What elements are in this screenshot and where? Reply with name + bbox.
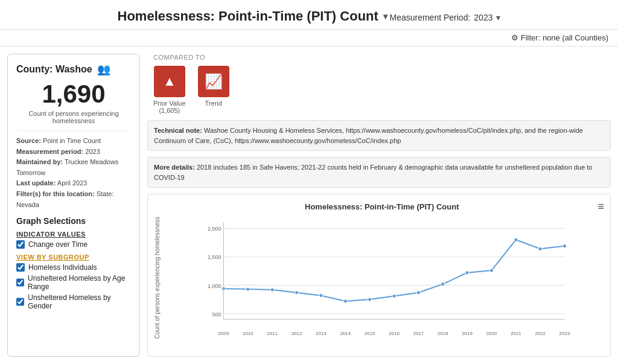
period-label: Measurement period: — [16, 148, 83, 155]
last-update-label: Last update: — [16, 179, 56, 187]
view-by-subgroup-label: VIEW BY SUBGROUP — [16, 254, 131, 261]
technical-note-text: Washoe County Housing & Homeless Service… — [154, 127, 583, 144]
filter-label: Filter: none (all Counties) — [521, 33, 608, 42]
prior-value-box: ▲ Prior Value (1,605) — [153, 66, 186, 114]
svg-point-25 — [270, 288, 274, 292]
header: Homelessness: Point-in-Time (PIT) Count … — [0, 0, 618, 30]
svg-text:500: 500 — [212, 311, 221, 318]
title-dropdown-arrow[interactable]: ▾ — [383, 11, 387, 21]
subgroup-label-0: Homeless Individuals — [28, 263, 97, 272]
svg-text:2009: 2009 — [218, 331, 229, 336]
people-icon: 👥 — [97, 63, 110, 76]
main-content: County: Washoe 👥 1,690 Count of persons … — [0, 46, 618, 364]
chart-title: Homelessness: Point-in-Time (PIT) Count — [166, 202, 597, 211]
page-title: Homelessness: Point-in-Time (PIT) Count … — [118, 8, 387, 24]
count-description: Count of persons experiencing homelessne… — [16, 110, 131, 124]
svg-text:2019: 2019 — [462, 331, 473, 336]
measurement-dropdown-arrow[interactable]: ▾ — [496, 13, 500, 22]
meta-info: Source: Point in Time Count Measurement … — [16, 130, 131, 210]
svg-text:2021: 2021 — [511, 331, 521, 336]
count-value: 1,690 — [16, 80, 131, 109]
svg-text:2013: 2013 — [316, 331, 327, 336]
svg-text:2022: 2022 — [535, 331, 546, 336]
title-text: Homelessness: Point-in-Time (PIT) Count — [118, 8, 378, 24]
more-details: More details: 2018 includes 185 in Safe … — [147, 157, 611, 188]
svg-point-33 — [465, 271, 469, 275]
line-chart: 5001,0001,5002,0002009201020112012201320… — [163, 217, 604, 337]
left-panel: County: Washoe 👥 1,690 Count of persons … — [7, 54, 140, 357]
svg-point-31 — [416, 291, 420, 295]
filter-text: ⚙ Filter: none (all Counties) — [511, 33, 608, 42]
chart-container: Homelessness: Point-in-Time (PIT) Count … — [147, 194, 611, 357]
source-label: Source: — [16, 137, 41, 144]
technical-note-bold: Technical note: — [154, 127, 202, 134]
svg-text:2,000: 2,000 — [208, 226, 221, 232]
trend-box: 📈 Trend — [198, 66, 229, 114]
county-label: County: Washoe — [16, 64, 92, 75]
svg-text:2014: 2014 — [340, 331, 351, 336]
subgroup-checkbox-item-1: Unsheltered Homeless by Age Range — [16, 274, 131, 291]
svg-point-26 — [295, 291, 299, 295]
svg-text:2010: 2010 — [243, 331, 253, 336]
subgroup-checkbox-item-2: Unsheltered Homeless by Gender — [16, 293, 131, 310]
indicator-values-label: INDICATOR VALUES — [16, 231, 131, 238]
subgroup-label-1: Unsheltered Homeless by Age Range — [28, 274, 131, 291]
svg-point-24 — [246, 287, 250, 291]
svg-point-35 — [514, 238, 518, 241]
svg-text:2017: 2017 — [413, 331, 424, 336]
more-details-bold: More details: — [154, 164, 195, 171]
right-panel: COMPARED TO ▲ Prior Value (1,605) 📈 Tren… — [147, 54, 611, 357]
subgroup-label-2: Unsheltered Homeless by Gender — [28, 293, 131, 310]
change-over-time-checkbox[interactable] — [16, 240, 25, 249]
svg-text:1,500: 1,500 — [208, 254, 221, 260]
svg-text:2015: 2015 — [365, 331, 375, 336]
measurement-label: Measurement Period: — [389, 13, 470, 22]
compared-to-section: COMPARED TO ▲ Prior Value (1,605) 📈 Tren… — [153, 54, 229, 114]
subgroup-checkboxes: Homeless IndividualsUnsheltered Homeless… — [16, 263, 131, 310]
filter-bar: ⚙ Filter: none (all Counties) — [0, 30, 618, 46]
svg-point-30 — [392, 294, 396, 298]
graph-selections-title: Graph Selections — [16, 216, 131, 226]
last-update-value: April 2023 — [57, 179, 88, 187]
measurement-year: 2023 — [474, 13, 492, 22]
svg-text:1,000: 1,000 — [208, 283, 221, 289]
trend-label: Trend — [205, 100, 221, 107]
subgroup-checkbox-0[interactable] — [16, 263, 25, 272]
change-over-time-label: Change over Time — [28, 240, 88, 249]
svg-point-28 — [343, 299, 347, 303]
measurement-period: Measurement Period: 2023 ▾ — [389, 13, 500, 22]
svg-text:2018: 2018 — [438, 331, 448, 336]
source-value: Point in Time Count — [43, 137, 101, 144]
trend-icon: 📈 — [198, 66, 229, 97]
svg-point-34 — [489, 269, 493, 272]
subgroup-checkbox-1[interactable] — [16, 278, 24, 287]
period-value: 2023 — [85, 148, 100, 155]
chart-y-title: Count of persons experiencing homelessne… — [154, 217, 161, 339]
subgroup-checkbox-2[interactable] — [16, 298, 24, 306]
gear-icon: ⚙ — [511, 33, 518, 42]
maintained-label: Maintained by: — [16, 158, 63, 165]
svg-point-29 — [368, 298, 372, 301]
compared-to-label: COMPARED TO — [153, 54, 229, 61]
technical-note: Technical note: Washoe County Housing & … — [147, 120, 611, 151]
svg-text:2012: 2012 — [291, 331, 302, 336]
svg-text:2016: 2016 — [389, 331, 400, 336]
svg-point-37 — [563, 244, 567, 248]
change-over-time-checkbox-item: Change over Time — [16, 240, 131, 249]
subgroup-checkbox-item-0: Homeless Individuals — [16, 263, 131, 272]
chart-header: Homelessness: Point-in-Time (PIT) Count … — [154, 200, 604, 213]
svg-text:2023: 2023 — [559, 331, 570, 336]
svg-point-27 — [319, 293, 323, 297]
chart-inner: Count of persons experiencing homelessne… — [154, 217, 604, 339]
svg-text:2020: 2020 — [486, 331, 497, 336]
filter-location-label: Filter(s) for this location: — [16, 190, 95, 197]
more-details-text: 2018 includes 185 in Safe Havens; 2021-2… — [154, 164, 592, 181]
svg-text:2011: 2011 — [267, 331, 278, 336]
page-wrapper: Homelessness: Point-in-Time (PIT) Count … — [0, 0, 618, 364]
prior-value-label: Prior Value (1,605) — [153, 100, 186, 114]
county-header: County: Washoe 👥 — [16, 63, 131, 76]
chart-menu-icon[interactable]: ≡ — [597, 200, 604, 213]
prior-value-icon: ▲ — [154, 66, 185, 97]
svg-point-32 — [441, 283, 445, 286]
svg-point-36 — [538, 247, 542, 251]
